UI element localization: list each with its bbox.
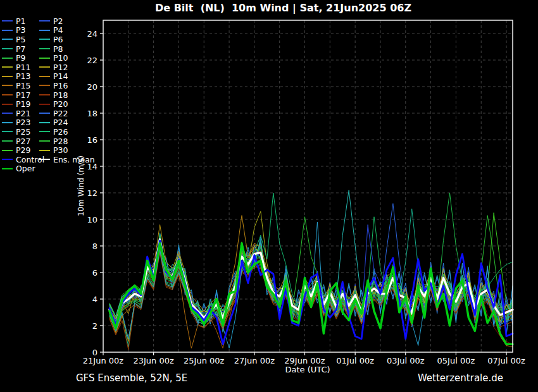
x-tick-label: 07Jul 00z	[487, 356, 525, 365]
x-tick-label: 25Jun 00z	[184, 356, 225, 365]
x-tick-label: 01Jul 00z	[336, 356, 374, 365]
axis-ticks-and-labels: 21Jun 00z23Jun 00z25Jun 00z27Jun 00z29Ju…	[83, 29, 525, 366]
series-line-P23	[109, 222, 513, 348]
y-tick-label: 6	[92, 268, 97, 278]
y-tick-label: 10	[87, 215, 97, 224]
x-tick-label: 29Jun 00z	[284, 356, 325, 365]
y-tick-label: 18	[87, 109, 97, 118]
y-tick-label: 4	[92, 295, 97, 304]
y-tick-label: 14	[87, 162, 97, 171]
y-tick-label: 8	[92, 242, 97, 251]
ensemble-chart: 21Jun 00z23Jun 00z25Jun 00z27Jun 00z29Ju…	[0, 0, 538, 392]
x-axis-label: Date (UTC)	[285, 365, 330, 374]
y-tick-label: 22	[87, 56, 97, 65]
y-tick-label: 2	[92, 321, 97, 331]
x-tick-label: 27Jun 00z	[234, 356, 275, 365]
y-axis-label: 10m Wind (m/s)	[77, 156, 85, 216]
y-tick-label: 0	[92, 348, 97, 357]
x-tick-label: 23Jun 00z	[133, 356, 174, 365]
y-tick-label: 12	[87, 188, 97, 198]
y-tick-label: 16	[87, 135, 97, 145]
footer-model-info: GFS Ensemble, 52N, 5E	[76, 372, 187, 384]
y-tick-label: 20	[87, 82, 97, 92]
meteogram-page: De Bilt (NL) 10m Wind | Sat, 21Jun2025 0…	[0, 0, 538, 392]
footer-site-name: Wetterzentrale.de	[418, 372, 503, 384]
y-tick-label: 24	[87, 29, 97, 39]
x-tick-label: 05Jul 00z	[437, 356, 475, 365]
x-tick-label: 21Jun 00z	[83, 356, 124, 365]
x-tick-label: 03Jul 00z	[387, 356, 425, 365]
